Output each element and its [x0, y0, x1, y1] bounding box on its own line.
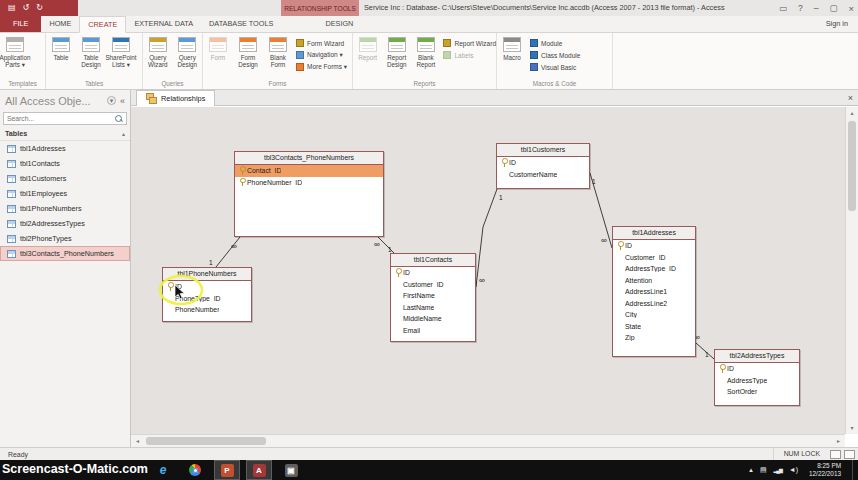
close-document-icon[interactable]: × [848, 90, 853, 106]
ribbon-button-form-wizard[interactable]: Form Wizard [296, 39, 347, 47]
ribbon-button-table[interactable]: Table [46, 35, 76, 77]
clock[interactable]: 8:25 PM 12/22/2013 [809, 462, 841, 478]
field-row-customername[interactable]: CustomerName [497, 169, 589, 181]
scroll-down-icon[interactable]: ▾ [846, 422, 858, 434]
scroll-right-icon[interactable]: ▸ [832, 435, 845, 447]
collapse-section-icon[interactable]: ▴ [122, 130, 125, 137]
horizontal-scrollbar[interactable]: ◂ ▸ [131, 434, 845, 447]
sign-in-link[interactable]: Sign in [826, 16, 848, 32]
field-row-state[interactable]: State [613, 321, 695, 333]
chrome-icon[interactable] [182, 460, 208, 480]
ribbon-button-module[interactable]: Module [530, 39, 580, 47]
ribbon-button-more-forms[interactable]: More Forms ▾ [296, 63, 347, 71]
field-row-lastname[interactable]: LastName [391, 302, 475, 314]
field-row-id[interactable]: ID [613, 240, 695, 252]
ribbon-button-form-design[interactable]: Form Design [233, 35, 263, 77]
ribbon-button-class-module[interactable]: Class Module [530, 51, 580, 59]
field-row-zip[interactable]: Zip [613, 332, 695, 344]
save-icon[interactable]: ▤ [8, 0, 16, 16]
network-icon[interactable]: ▂▄▆ [774, 460, 782, 480]
ribbon-button-macro[interactable]: Macro [497, 35, 527, 77]
nav-item-tbl2phonetypes[interactable]: tbl2PhoneTypes [0, 231, 130, 246]
field-row-city[interactable]: City [613, 309, 695, 321]
ribbon-button-visual-basic[interactable]: Visual Basic [530, 63, 580, 71]
field-row-phonetype-id[interactable]: PhoneType_ID [163, 293, 251, 305]
scroll-left-icon[interactable]: ◂ [131, 435, 144, 447]
redo-icon[interactable]: ↻ [36, 0, 43, 16]
field-row-firstname[interactable]: FirstName [391, 290, 475, 302]
nav-item-tbl1addresses[interactable]: tbl1Addresses [0, 141, 130, 156]
vertical-scroll-thumb[interactable] [848, 121, 856, 211]
field-row-addresstype-id[interactable]: AddressType_ID [613, 263, 695, 275]
field-row-id[interactable]: ID [391, 267, 475, 279]
ribbon-button-report[interactable]: Report [353, 35, 382, 77]
diagram-table-tbl1customers[interactable]: tbl1CustomersIDCustomerName [496, 143, 590, 189]
ribbon-tab-design[interactable]: DESIGN [317, 16, 361, 32]
access-icon[interactable]: A [246, 460, 272, 480]
ribbon-button-labels[interactable]: Labels [443, 51, 496, 59]
ribbon-tab-database-tools[interactable]: DATABASE TOOLS [201, 16, 281, 32]
field-row-contact-id[interactable]: Contact_ID [235, 165, 383, 177]
relationship-canvas[interactable]: 1∞1∞1∞1∞1∞tbl3Contacts_PhoneNumbersConta… [131, 107, 845, 434]
vertical-scrollbar[interactable]: ▴ ▾ [845, 107, 858, 434]
ribbon-button-report-wizard[interactable]: Report Wizard [443, 39, 496, 47]
field-row-middlename[interactable]: MiddleName [391, 313, 475, 325]
field-row-sortorder[interactable]: SortOrder [715, 386, 799, 398]
datasheet-view-icon[interactable] [844, 450, 855, 459]
nav-section-tables[interactable]: Tables ▴ [0, 127, 130, 141]
ribbon-button-blank-form[interactable]: Blank Form [263, 35, 293, 77]
ribbon-button-query-wizard[interactable]: Query Wizard [143, 35, 173, 77]
diagram-table-tbl1addresses[interactable]: tbl1AddressesIDCustomer_IDAddressType_ID… [612, 226, 696, 357]
field-row-addressline2[interactable]: AddressLine2 [613, 298, 695, 310]
diagram-table-tbl2addresstypes[interactable]: tbl2AddressTypesIDAddressTypeSortOrder [714, 349, 800, 406]
search-input[interactable] [7, 115, 113, 122]
field-row-customer-id[interactable]: Customer_ID [613, 252, 695, 264]
nav-item-tbl1employees[interactable]: tbl1Employees [0, 186, 130, 201]
field-row-addresstype[interactable]: AddressType [715, 375, 799, 387]
diagram-table-tbl3contacts-phonenumbers[interactable]: tbl3Contacts_PhoneNumbersContact_IDPhone… [234, 151, 384, 237]
ribbon-button-report-design[interactable]: Report Design [382, 35, 411, 77]
field-row-phonenumber-id[interactable]: PhoneNumber_ID [235, 177, 383, 189]
field-row-customer-id[interactable]: Customer_ID [391, 279, 475, 291]
field-row-email[interactable]: Email [391, 325, 475, 337]
nav-item-tbl3contacts-phonenumbers[interactable]: tbl3Contacts_PhoneNumbers [0, 246, 130, 261]
design-view-icon[interactable] [830, 450, 841, 459]
ribbon-button-sharepoint-lists[interactable]: SharePoint Lists ▾ [106, 35, 136, 77]
field-row-id[interactable]: ID [715, 363, 799, 375]
touch-keyboard-icon[interactable]: ▤ [760, 460, 767, 480]
ribbon-tab-home[interactable]: HOME [41, 16, 79, 32]
ribbon-tab-file[interactable]: FILE [0, 16, 41, 32]
help-icon[interactable]: ? [798, 3, 803, 13]
ribbon-button-application-parts[interactable]: Application Parts ▾ [0, 35, 30, 77]
field-row-id[interactable]: ID [497, 157, 589, 169]
ribbon-button-query-design[interactable]: Query Design [173, 35, 203, 77]
internet-explorer-icon[interactable]: e [150, 460, 176, 480]
ribbon-button-blank-report[interactable]: Blank Report [411, 35, 440, 77]
restore-icon[interactable]: ▢ [829, 3, 837, 13]
close-icon[interactable]: × [848, 3, 854, 14]
search-icon[interactable] [115, 115, 123, 123]
ribbon-button-navigation[interactable]: Navigation ▾ [296, 51, 347, 59]
diagram-table-tbl1phonenumbers[interactable]: tbl1PhoneNumbersIDPhoneType_IDPhoneNumbe… [162, 267, 252, 322]
hidden-icons-icon[interactable]: ▴ [749, 460, 753, 480]
ribbon-tab-create[interactable]: CREATE [79, 16, 126, 33]
ribbon-button-form[interactable]: Form [203, 35, 233, 77]
diagram-table-tbl1contacts[interactable]: tbl1ContactsIDCustomer_IDFirstNameLastNa… [390, 253, 476, 342]
scroll-up-icon[interactable]: ▴ [846, 107, 858, 119]
nav-menu-icon[interactable]: ▾ [107, 96, 116, 105]
nav-item-tbl1customers[interactable]: tbl1Customers [0, 171, 130, 186]
powerpoint-icon[interactable]: P [214, 460, 240, 480]
ribbon-button-table-design[interactable]: Table Design [76, 35, 106, 77]
field-row-phonenumber[interactable]: PhoneNumber [163, 304, 251, 316]
field-row-attention[interactable]: Attention [613, 275, 695, 287]
nav-item-tbl1contacts[interactable]: tbl1Contacts [0, 156, 130, 171]
ribbon-display-options-icon[interactable]: ▭ [779, 3, 787, 13]
volume-icon[interactable]: ◄) [789, 460, 798, 480]
nav-item-tbl1phonenumbers[interactable]: tbl1PhoneNumbers [0, 201, 130, 216]
undo-icon[interactable]: ↺ [23, 0, 30, 16]
minimize-icon[interactable]: – [814, 3, 819, 13]
shutter-bar-icon[interactable]: « [120, 96, 125, 106]
horizontal-scroll-thumb[interactable] [146, 437, 266, 445]
show-desktop-button[interactable] [852, 460, 856, 480]
screen-recorder-icon[interactable]: ▣ [278, 460, 304, 480]
